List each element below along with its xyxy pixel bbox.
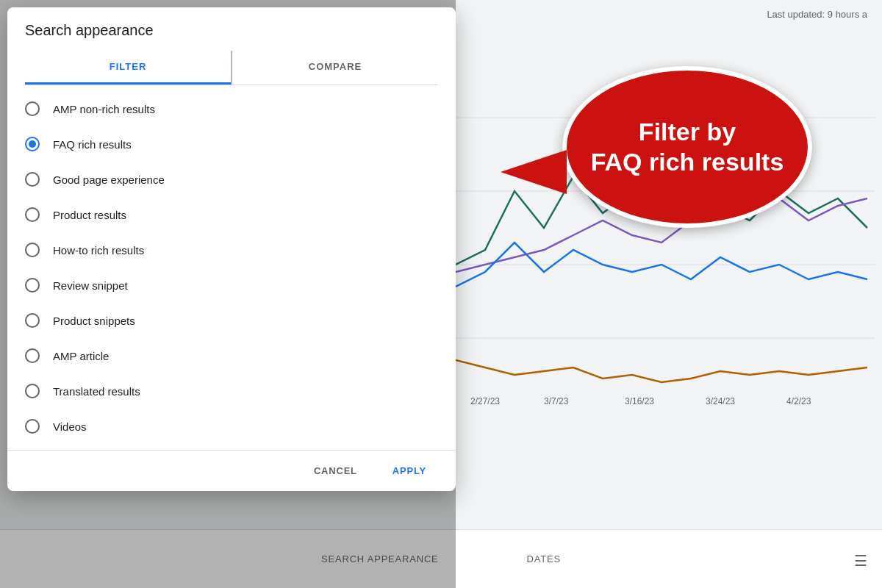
svg-text:3/16/23: 3/16/23 <box>625 396 654 406</box>
svg-text:3/24/23: 3/24/23 <box>706 396 735 406</box>
option-product-results[interactable]: Product results <box>7 197 456 232</box>
tab-row: FILTER COMPARE <box>25 51 438 85</box>
radio-amp-non-rich[interactable] <box>25 101 40 116</box>
dialog-header: Search appearance FILTER COMPARE <box>7 7 456 85</box>
dialog-body: AMP non-rich results FAQ rich results Go… <box>7 85 456 450</box>
option-label-good-page: Good page experience <box>53 173 165 186</box>
option-label-videos: Videos <box>53 420 87 433</box>
option-label-faq-rich: FAQ rich results <box>53 138 132 151</box>
option-videos[interactable]: Videos <box>7 409 456 444</box>
option-label-product-results: Product results <box>53 209 126 221</box>
option-amp-non-rich[interactable]: AMP non-rich results <box>7 91 456 126</box>
svg-text:3/7/23: 3/7/23 <box>544 396 569 406</box>
option-label-how-to-rich: How-to rich results <box>53 244 144 257</box>
radio-faq-rich[interactable] <box>25 137 40 151</box>
radio-how-to-rich[interactable] <box>25 243 40 257</box>
tab-compare[interactable]: COMPARE <box>232 51 438 85</box>
cancel-button[interactable]: CANCEL <box>302 459 369 482</box>
option-label-amp-non-rich: AMP non-rich results <box>53 103 155 115</box>
radio-review-snippet[interactable] <box>25 278 40 293</box>
option-amp-article[interactable]: AMP article <box>7 338 456 373</box>
apply-button[interactable]: APPLY <box>381 459 438 482</box>
tab-filter[interactable]: FILTER <box>25 51 231 85</box>
option-label-translated-results: Translated results <box>53 385 140 398</box>
option-good-page[interactable]: Good page experience <box>7 162 456 197</box>
radio-translated-results[interactable] <box>25 384 40 398</box>
dialog-footer: CANCEL APPLY <box>7 450 456 491</box>
search-appearance-dialog: Search appearance FILTER COMPARE AMP non… <box>7 7 456 491</box>
radio-videos[interactable] <box>25 419 40 434</box>
option-how-to-rich[interactable]: How-to rich results <box>7 232 456 268</box>
option-review-snippet[interactable]: Review snippet <box>7 268 456 303</box>
radio-good-page[interactable] <box>25 172 40 187</box>
chart-area: 2/27/23 3/7/23 3/16/23 3/24/23 4/2/23 <box>456 44 875 470</box>
filter-icon[interactable]: ☰ <box>854 552 867 570</box>
option-label-review-snippet: Review snippet <box>53 279 128 292</box>
option-label-product-snippets: Product snippets <box>53 315 135 327</box>
svg-text:4/2/23: 4/2/23 <box>786 396 811 406</box>
option-product-snippets[interactable]: Product snippets <box>7 303 456 338</box>
radio-amp-article[interactable] <box>25 348 40 363</box>
option-translated-results[interactable]: Translated results <box>7 373 456 409</box>
radio-product-results[interactable] <box>25 207 40 222</box>
svg-text:2/27/23: 2/27/23 <box>470 396 500 406</box>
dialog-title: Search appearance <box>25 22 438 39</box>
radio-product-snippets[interactable] <box>25 313 40 328</box>
last-updated-text: Last updated: 9 hours a <box>767 9 867 20</box>
option-faq-rich[interactable]: FAQ rich results <box>7 126 456 162</box>
dates-tab[interactable]: DATES <box>527 553 561 564</box>
option-label-amp-article: AMP article <box>53 350 109 362</box>
